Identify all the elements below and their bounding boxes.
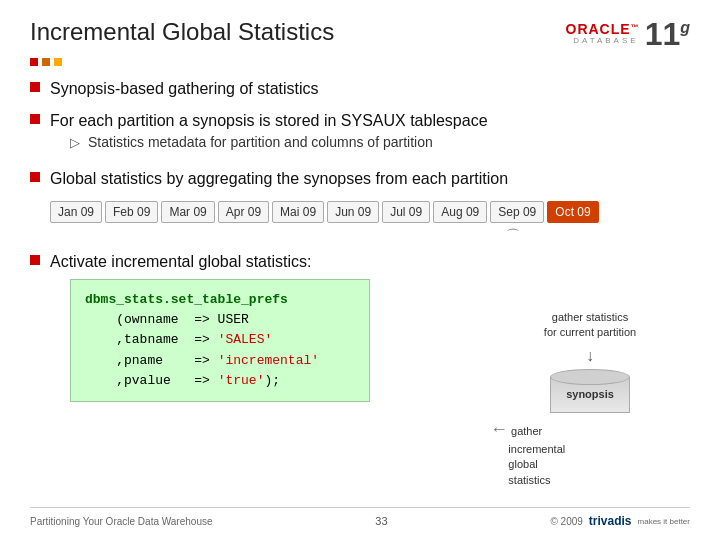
code-line-1: dbms_stats.set_table_prefs (85, 292, 288, 307)
bullet-3-text: Global statistics by aggregating the syn… (50, 168, 508, 190)
divider-dots (30, 58, 690, 66)
title-area: Incremental Global Statistics (30, 18, 334, 50)
bullet-4-content: Activate incremental global statistics: … (50, 251, 370, 402)
partition-mai: Mai 09 (272, 201, 324, 223)
code-line-5: ,pvalue => 'true'); (85, 373, 280, 388)
code-line-4: ,pname => 'incremental' (85, 353, 319, 368)
bullet-2-content: For each partition a synopsis is stored … (50, 110, 488, 158)
trivadis-logo: trivadis (589, 514, 632, 528)
code-block: dbms_stats.set_table_prefs (ownname => U… (70, 279, 370, 402)
footer-page-number: 33 (375, 515, 387, 527)
bullet-3: Global statistics by aggregating the syn… (30, 168, 690, 190)
sub-bullet-1-text: Statistics metadata for partition and co… (88, 133, 433, 153)
gather-stats-label: gather statisticsfor current partition (490, 310, 690, 341)
version-label: 11g (645, 18, 690, 50)
partition-jun: Jun 09 (327, 201, 379, 223)
bracket-indicator: ⌒ (506, 227, 690, 245)
slide-header: Incremental Global Statistics ORACLE™ DA… (30, 18, 690, 50)
bullet-2: For each partition a synopsis is stored … (30, 110, 690, 158)
bullet-2-text: For each partition a synopsis is stored … (50, 112, 488, 129)
partition-mar: Mar 09 (161, 201, 214, 223)
bullet-1-text: Synopsis-based gathering of statistics (50, 78, 319, 100)
version-g: g (680, 19, 690, 36)
diagram-area: gather statisticsfor current partition ↓… (490, 310, 690, 488)
oracle-logo: ORACLE™ DATABASE (566, 22, 639, 46)
partition-sep: Sep 09 (490, 201, 544, 223)
partition-row: Jan 09 Feb 09 Mar 09 Apr 09 Mai 09 Jun 0… (50, 201, 690, 223)
oracle-tm: ™ (631, 23, 639, 32)
partition-aug: Aug 09 (433, 201, 487, 223)
partition-oct: Oct 09 (547, 201, 598, 223)
partition-apr: Apr 09 (218, 201, 269, 223)
oracle-logo-area: ORACLE™ DATABASE 11g (566, 18, 691, 50)
oracle-text: ORACLE™ (566, 22, 639, 37)
code-line-3: ,tabname => 'SALES' (85, 332, 272, 347)
sub-bullet-1: ▷ Statistics metadata for partition and … (70, 133, 488, 153)
activate-title: Activate incremental global statistics: (50, 253, 311, 270)
footer: Partitioning Your Oracle Data Warehouse … (30, 507, 690, 528)
cylinder-container: synopsis (490, 369, 690, 413)
partition-feb: Feb 09 (105, 201, 158, 223)
footer-right: © 2009 trivadis makes it better (550, 514, 690, 528)
slide: Incremental Global Statistics ORACLE™ DA… (0, 0, 720, 540)
page-title: Incremental Global Statistics (30, 18, 334, 46)
bullet-square-3 (30, 172, 40, 182)
synopsis-label: synopsis (566, 388, 614, 400)
trivadis-sub: makes it better (638, 517, 690, 526)
bullet-square-4 (30, 255, 40, 265)
partition-jul: Jul 09 (382, 201, 430, 223)
arrow-down: ↓ (490, 347, 690, 365)
cylinder-top (550, 369, 630, 385)
sub-bullet-arrow-1: ▷ (70, 135, 80, 150)
code-line-2: (ownname => USER (85, 312, 249, 327)
bullet-square-1 (30, 82, 40, 92)
bullet-square-2 (30, 114, 40, 124)
partition-jan: Jan 09 (50, 201, 102, 223)
copyright-text: © 2009 (550, 516, 582, 527)
oracle-brand: ORACLE (566, 21, 631, 37)
footer-left-text: Partitioning Your Oracle Data Warehouse (30, 516, 213, 527)
bullet-1: Synopsis-based gathering of statistics (30, 78, 690, 100)
dot-orange (42, 58, 50, 66)
dot-red (30, 58, 38, 66)
arrow-left: ← (490, 419, 508, 439)
dot-yellow (54, 58, 62, 66)
database-label: DATABASE (573, 37, 639, 46)
gather-incr-label: ← gather incremental global statistics (490, 417, 690, 488)
